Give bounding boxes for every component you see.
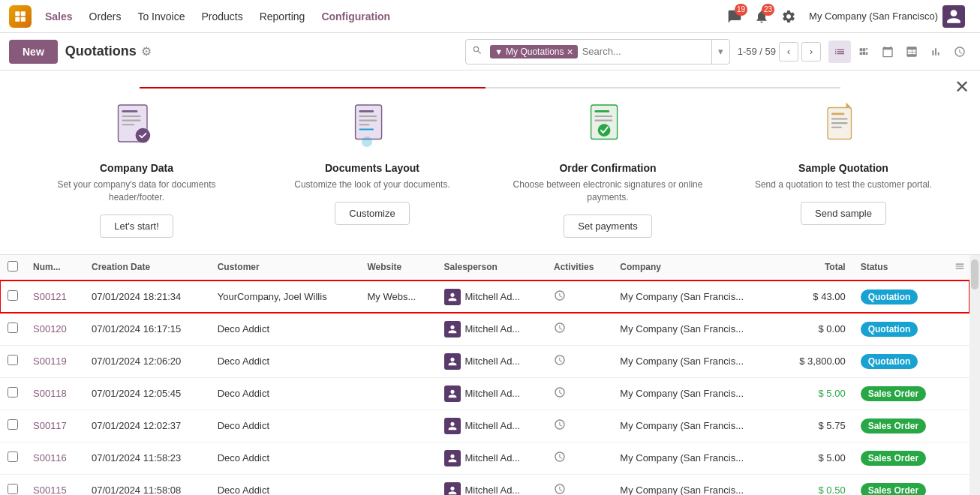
svg-rect-18 <box>595 110 610 112</box>
col-num[interactable]: Num... <box>26 255 84 280</box>
row-checkbox[interactable] <box>0 474 26 495</box>
filter-label: My Quotations <box>506 46 564 57</box>
row-activities[interactable] <box>546 377 612 410</box>
step4-btn[interactable]: Send sample <box>801 202 886 225</box>
table-row[interactable]: S00121 07/01/2024 18:21:34 YourCompany, … <box>0 280 969 314</box>
row-id[interactable]: S00117 <box>26 410 84 442</box>
col-company[interactable]: Company <box>612 255 779 280</box>
chat-badge: 19 <box>735 4 747 16</box>
row-date: 07/01/2024 12:05:45 <box>84 377 210 410</box>
svg-rect-2 <box>15 16 20 21</box>
svg-point-9 <box>136 128 151 143</box>
page-title: Quotations <box>65 44 137 59</box>
row-checkbox[interactable] <box>0 345 26 377</box>
row-activities[interactable] <box>546 345 612 377</box>
row-id[interactable]: S00116 <box>26 442 84 474</box>
company-selector[interactable]: My Company (San Francisco) <box>803 2 971 31</box>
activity-notifications[interactable]: 23 <box>749 4 774 29</box>
vertical-scrollbar[interactable] <box>969 255 980 495</box>
svg-rect-1 <box>21 11 26 16</box>
filter-icon: ▼ <box>495 47 503 56</box>
gear-icon[interactable]: ⚙ <box>141 44 152 58</box>
col-salesperson[interactable]: Salesperson <box>437 255 547 280</box>
col-settings[interactable] <box>950 255 969 280</box>
row-id[interactable]: S00121 <box>26 280 84 314</box>
table-row[interactable]: S00120 07/01/2024 16:17:15 Deco Addict M… <box>0 313 969 345</box>
svg-rect-7 <box>122 120 140 122</box>
nav-item-reporting[interactable]: Reporting <box>252 6 313 27</box>
step3-icon <box>578 96 638 156</box>
table-row[interactable]: S00115 07/01/2024 11:58:08 Deco Addict M… <box>0 474 969 495</box>
chat-notifications[interactable]: 19 <box>722 4 747 29</box>
row-checkbox[interactable] <box>0 313 26 345</box>
col-website[interactable]: Website <box>359 255 436 280</box>
select-all-checkbox[interactable] <box>8 261 18 272</box>
search-icon <box>466 45 488 58</box>
row-date: 07/01/2024 12:02:37 <box>84 410 210 442</box>
step1-btn[interactable]: Let's start! <box>100 214 173 238</box>
row-id[interactable]: S00115 <box>26 474 84 495</box>
table-row[interactable]: S00119 07/01/2024 12:06:20 Deco Addict M… <box>0 345 969 377</box>
row-activities[interactable] <box>546 474 612 495</box>
row-salesperson: Mitchell Ad... <box>437 442 547 474</box>
row-checkbox[interactable] <box>0 442 26 474</box>
row-id[interactable]: S00118 <box>26 377 84 410</box>
row-action <box>950 313 969 345</box>
row-customer: Deco Addict <box>210 474 360 495</box>
table-row[interactable]: S00116 07/01/2024 11:58:23 Deco Addict M… <box>0 442 969 474</box>
row-activities[interactable] <box>546 313 612 345</box>
row-id[interactable]: S00120 <box>26 313 84 345</box>
filter-close-icon[interactable]: × <box>567 46 573 57</box>
settings-icon[interactable] <box>776 4 801 29</box>
col-creation-date[interactable]: Creation Date <box>84 255 210 280</box>
view-calendar-btn[interactable] <box>876 40 899 63</box>
row-company: My Company (San Francis... <box>612 313 779 345</box>
view-chart-btn[interactable] <box>924 40 947 63</box>
col-activities[interactable]: Activities <box>546 255 612 280</box>
row-checkbox[interactable] <box>0 410 26 442</box>
view-kanban-btn[interactable] <box>852 40 875 63</box>
table-row[interactable]: S00117 07/01/2024 12:02:37 Deco Addict M… <box>0 410 969 442</box>
row-website <box>359 442 436 474</box>
app-logo[interactable] <box>9 5 32 28</box>
nav-item-sales[interactable]: Sales <box>38 6 80 27</box>
view-table-btn[interactable] <box>900 40 923 63</box>
search-filter-tag[interactable]: ▼ My Quotations × <box>490 45 577 58</box>
nav-item-products[interactable]: Products <box>194 6 250 27</box>
view-list-btn[interactable] <box>828 40 851 63</box>
nav-item-orders[interactable]: Orders <box>82 6 129 27</box>
row-checkbox[interactable] <box>0 377 26 410</box>
nav-item-to-invoice[interactable]: To Invoice <box>130 6 192 27</box>
col-customer[interactable]: Customer <box>210 255 360 280</box>
row-activities[interactable] <box>546 280 612 314</box>
search-dropdown-btn[interactable]: ▾ <box>711 40 729 64</box>
view-clock-btn[interactable] <box>948 40 971 63</box>
search-input[interactable] <box>579 46 711 57</box>
new-button[interactable]: New <box>9 40 58 64</box>
page-title-area: Quotations ⚙ <box>65 44 152 59</box>
row-company: My Company (San Francis... <box>612 280 779 314</box>
col-total[interactable]: Total <box>780 255 853 280</box>
svg-rect-20 <box>595 120 613 122</box>
row-action <box>950 345 969 377</box>
pagination-prev[interactable]: ‹ <box>779 42 798 62</box>
row-total: $ 0.00 <box>780 313 853 345</box>
step2-btn[interactable]: Customize <box>335 202 409 225</box>
svg-rect-5 <box>122 110 137 112</box>
row-checkbox[interactable] <box>0 280 26 314</box>
pagination-next[interactable]: › <box>801 42 821 62</box>
row-status: Quotation <box>853 313 950 345</box>
table-row[interactable]: S00118 07/01/2024 12:05:45 Deco Addict M… <box>0 377 969 410</box>
col-status[interactable]: Status <box>853 255 950 280</box>
svg-rect-0 <box>15 11 20 16</box>
row-id[interactable]: S00119 <box>26 345 84 377</box>
nav-item-configuration[interactable]: Configuration <box>314 6 398 27</box>
step4-desc: Send a quotation to test the customer po… <box>755 178 932 191</box>
svg-rect-14 <box>359 124 370 125</box>
step3-btn[interactable]: Set payments <box>564 214 652 238</box>
vscroll-thumb[interactable] <box>971 260 978 290</box>
row-activities[interactable] <box>546 442 612 474</box>
row-total: $ 5.75 <box>780 410 853 442</box>
row-activities[interactable] <box>546 410 612 442</box>
svg-rect-8 <box>122 124 134 125</box>
